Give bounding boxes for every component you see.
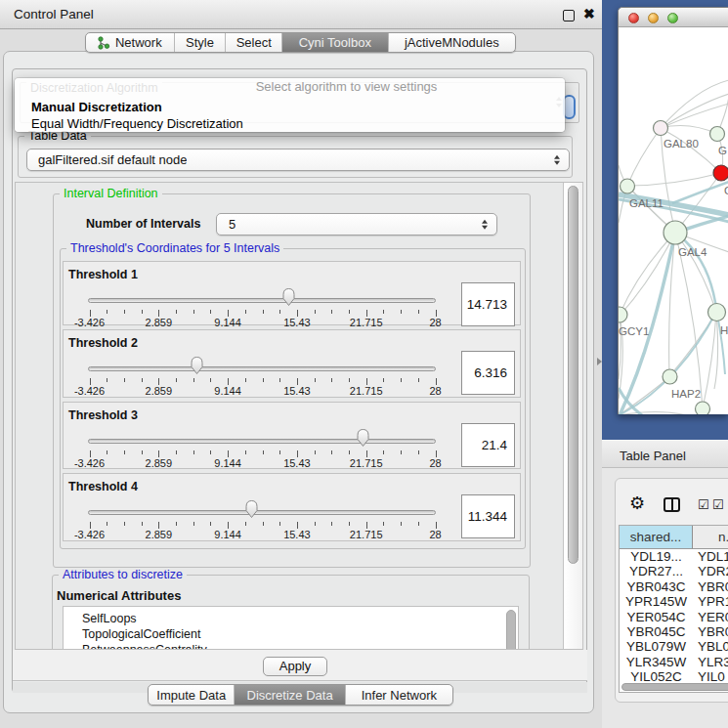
popup-item[interactable]: Equal Width/Frequency Discretization	[31, 116, 243, 132]
slider-tick	[176, 378, 177, 382]
table-data-select[interactable]: galFiltered.sif default node	[26, 149, 570, 171]
slider-tick	[418, 522, 419, 526]
numerical-attributes-list[interactable]: SelfLoopsTopologicalCoefficientBetweenne…	[63, 606, 519, 650]
network-node-g[interactable]	[710, 127, 725, 142]
slider-tick	[401, 378, 402, 382]
threshold-value-field[interactable]: 14.713	[461, 282, 515, 326]
cell-name: YBR0	[693, 624, 728, 639]
table-dock-panel: ⚙ ☑ ☑ shared... n... YDL19...YDL1YDR27..…	[615, 478, 728, 703]
tab-style[interactable]: Style	[175, 33, 227, 52]
network-node-gal4[interactable]	[664, 221, 687, 244]
network-node-gcy1[interactable]	[619, 307, 627, 322]
close-traffic-light[interactable]	[628, 13, 639, 23]
cell-shared-name: YBL079W	[620, 639, 693, 654]
table-row[interactable]: YBL079WYBL0	[620, 639, 728, 654]
attribute-list-item[interactable]: SelfLoops	[64, 611, 518, 626]
tab-discretize-data[interactable]: Discretize Data	[235, 685, 345, 705]
settings-scrollbar-thumb[interactable]	[568, 186, 578, 564]
restore-window-icon[interactable]	[563, 10, 575, 21]
column-header-shared-name[interactable]: shared...	[620, 526, 693, 549]
cell-shared-name: YDR27...	[620, 564, 693, 578]
checkbox-icon[interactable]: ☑	[712, 498, 724, 511]
network-node-hap2[interactable]	[663, 369, 677, 384]
columns-icon[interactable]	[664, 497, 680, 512]
combo-arrows-icon	[554, 154, 562, 165]
table-row[interactable]: YPR145WYPR1	[620, 594, 728, 609]
slider-tick	[383, 450, 384, 454]
slider-tick-label: 21.715	[342, 317, 391, 328]
network-window-titlebar	[619, 8, 728, 27]
slider-tick	[436, 522, 437, 529]
tab-select[interactable]: Select	[226, 33, 282, 52]
list-scrollbar-thumb[interactable]	[506, 610, 516, 650]
network-canvas[interactable]: GAL80GCGAL11GAL4GCY1HHAP2	[619, 27, 728, 414]
table-hscrollbar-thumb[interactable]	[621, 683, 728, 691]
slider-tick-label: 15.43	[273, 529, 321, 540]
slider-thumb[interactable]	[244, 499, 259, 519]
popup-prompt: Select algorithm to view settings	[109, 79, 583, 95]
attribute-list-item[interactable]: TopologicalCoefficient	[64, 626, 518, 642]
slider-track[interactable]	[88, 298, 436, 303]
threshold-value-field[interactable]: 11.344	[461, 494, 515, 538]
slider-tick-label: -3.426	[65, 457, 114, 469]
slider-thumb[interactable]	[190, 356, 204, 375]
table-row[interactable]: YDL19...YDL1	[620, 549, 728, 564]
network-node-c[interactable]	[713, 165, 728, 181]
tab-jactivemnodules[interactable]: jActiveMNodules	[389, 33, 515, 52]
slider-tick	[176, 522, 177, 526]
slider-tick-label: 2.859	[134, 317, 183, 328]
network-node-gal80[interactable]	[654, 121, 668, 136]
table-row[interactable]: YER054CYER0	[620, 610, 728, 624]
tab-impute-data[interactable]: Impute Data	[149, 685, 235, 705]
top-tab-bar: NetworkStyleSelectCyni ToolboxjActiveMNo…	[85, 32, 516, 53]
tab-infer-network[interactable]: Infer Network	[346, 685, 452, 705]
minimize-traffic-light[interactable]	[648, 13, 659, 23]
slider-tick	[158, 378, 159, 385]
tab-cyni-toolbox[interactable]: Cyni Toolbox	[282, 33, 389, 52]
threshold-value-field[interactable]: 6.316	[461, 351, 515, 395]
number-of-intervals-select[interactable]: 5	[216, 213, 497, 236]
slider-tick	[401, 450, 402, 454]
network-node-h[interactable]	[708, 304, 726, 321]
gear-icon[interactable]: ⚙	[629, 494, 645, 512]
slider-tick-label: 2.859	[134, 385, 183, 397]
slider-track[interactable]	[88, 510, 436, 515]
column-header-name[interactable]: n...	[693, 526, 728, 549]
slider-thumb[interactable]	[356, 428, 370, 448]
threshold-value-field[interactable]: 21.4	[461, 423, 515, 467]
zoom-traffic-light[interactable]	[667, 13, 678, 23]
settings-scrollbar[interactable]	[563, 183, 583, 649]
tab-label: Network	[115, 35, 162, 50]
attribute-list-item[interactable]: BetweennessCentrality	[64, 642, 518, 650]
network-edge-highlighted	[620, 233, 675, 414]
slider-tick	[366, 310, 367, 317]
slider-tick	[297, 522, 298, 529]
checkbox-icon[interactable]: ☑	[698, 498, 709, 511]
algorithm-popup: Select algorithm to view settings Manual…	[15, 78, 565, 132]
popup-item[interactable]: Manual Discretization	[31, 100, 162, 115]
tab-network[interactable]: Network	[86, 33, 175, 52]
slider-track[interactable]	[88, 366, 436, 371]
table-row[interactable]: YBR043CYBR0	[620, 579, 728, 594]
cell-name: YPR1	[693, 594, 728, 609]
threshold-panel: Threshold 4-3.4262.8599.14415.4321.71528…	[63, 473, 521, 541]
slider-tick	[297, 378, 298, 385]
threshold-panel: Threshold 3-3.4262.8599.14415.4321.71528…	[63, 402, 521, 469]
apply-button[interactable]: Apply	[263, 657, 327, 676]
table-row[interactable]: YLR345WYLR3	[620, 655, 728, 669]
slider-tick	[315, 310, 316, 314]
splitter-grip-icon[interactable]	[597, 358, 602, 365]
network-node-gal11[interactable]	[621, 179, 635, 193]
table-row[interactable]: YBR045CYBR0	[620, 624, 728, 639]
slider-tick	[124, 522, 125, 526]
threshold-coordinates-title: Threshold's Coordinates for 5 Intervals	[66, 241, 283, 255]
table-header: shared... n...	[620, 526, 728, 549]
network-node[interactable]	[696, 402, 710, 414]
interval-definition-title: Interval Definition	[60, 187, 162, 200]
slider-thumb[interactable]	[281, 287, 296, 307]
threshold-label: Threshold 4	[68, 480, 138, 493]
table-row[interactable]: YDR27...YDR2	[620, 564, 728, 578]
slider-track[interactable]	[88, 439, 436, 444]
slider-tick	[90, 378, 91, 385]
close-window-icon[interactable]: ✖	[583, 6, 595, 21]
